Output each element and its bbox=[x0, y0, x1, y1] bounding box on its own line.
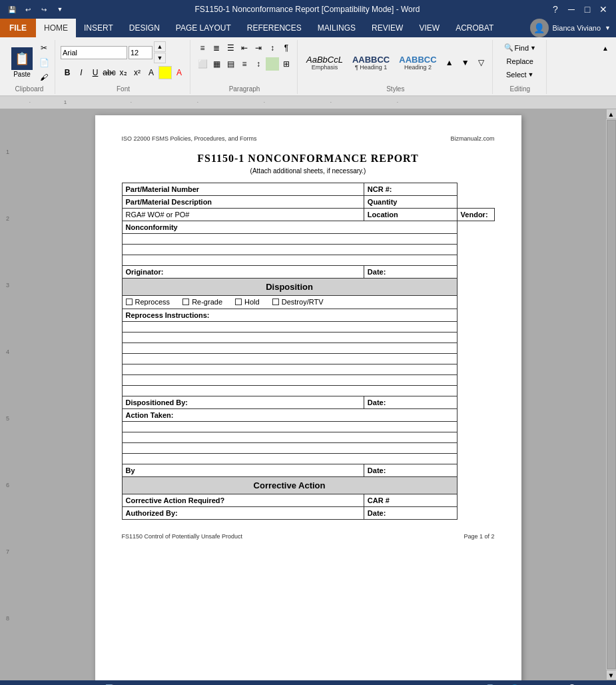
help-icon[interactable]: ? bbox=[548, 3, 563, 16]
justify-button[interactable]: ≡ bbox=[238, 57, 251, 71]
action-row-1 bbox=[122, 422, 494, 432]
tab-file[interactable]: FILE bbox=[0, 19, 36, 37]
find-button[interactable]: 🔍 Find ▼ bbox=[498, 41, 542, 54]
superscript-button[interactable]: x² bbox=[131, 66, 144, 79]
regrade-checkbox[interactable] bbox=[182, 299, 189, 305]
highlight-button[interactable]: a bbox=[158, 66, 172, 79]
tab-references[interactable]: REFERENCES bbox=[239, 19, 310, 37]
scroll-up-arrow[interactable]: ▲ bbox=[606, 109, 617, 119]
decrease-indent-button[interactable]: ⇤ bbox=[238, 41, 251, 55]
styles-scroll-up[interactable]: ▲ bbox=[443, 56, 456, 69]
main-area: 1 2 3 4 5 6 7 8 ISO 22000 FSMS Policies,… bbox=[0, 109, 616, 680]
strikethrough-button[interactable]: abc bbox=[103, 66, 116, 79]
hold-checkbox[interactable] bbox=[235, 299, 242, 305]
font-select-row: ▲ ▼ bbox=[61, 41, 166, 63]
tab-insert[interactable]: INSERT bbox=[76, 19, 121, 37]
ribbon-collapse-button[interactable]: ▲ bbox=[599, 41, 612, 55]
style-heading1[interactable]: AABBCC ¶ Heading 1 bbox=[349, 53, 393, 73]
underline-button[interactable]: U bbox=[89, 66, 102, 79]
cut-button[interactable]: ✂ bbox=[37, 41, 51, 55]
tab-review[interactable]: REVIEW bbox=[364, 19, 411, 37]
italic-button[interactable]: I bbox=[75, 66, 88, 79]
hold-label: Hold bbox=[244, 298, 260, 306]
text-effects-button[interactable]: A bbox=[145, 66, 158, 79]
style-heading2-label: Heading 2 bbox=[404, 64, 432, 71]
margin-8: 8 bbox=[6, 615, 9, 622]
customize-icon[interactable]: ▼ bbox=[53, 3, 67, 16]
format-painter-button[interactable]: 🖌 bbox=[37, 71, 51, 84]
margin-5: 5 bbox=[6, 415, 9, 422]
table-row-corrective-req: Corrective Action Required? CAR # bbox=[122, 494, 494, 507]
save-icon[interactable]: 💾 bbox=[5, 3, 19, 16]
table-row-1: Part/Material Number NCR #: bbox=[122, 183, 494, 196]
subscript-button[interactable]: x₂ bbox=[117, 66, 130, 79]
hold-checkbox-item: Hold bbox=[235, 298, 260, 306]
tab-acrobat[interactable]: ACROBAT bbox=[448, 19, 501, 37]
shading-button[interactable] bbox=[266, 57, 279, 71]
scroll-area[interactable]: ISO 22000 FSMS Policies, Procedures, and… bbox=[11, 109, 605, 680]
header-right: Bizmanualz.com bbox=[450, 135, 494, 142]
bullets-button[interactable]: ≡ bbox=[196, 41, 209, 55]
styles-more[interactable]: ▽ bbox=[475, 56, 488, 69]
action-row-4 bbox=[122, 454, 494, 464]
align-right-button[interactable]: ▤ bbox=[224, 57, 237, 71]
scroll-down-arrow[interactable]: ▼ bbox=[606, 670, 617, 680]
increase-indent-button[interactable]: ⇥ bbox=[252, 41, 265, 55]
select-dropdown[interactable]: ▼ bbox=[528, 71, 534, 78]
style-heading2[interactable]: AABBCC Heading 2 bbox=[396, 53, 440, 73]
doc-header: ISO 22000 FSMS Policies, Procedures, and… bbox=[122, 135, 495, 142]
line-spacing-button[interactable]: ↕ bbox=[252, 57, 265, 71]
close-icon[interactable]: ✕ bbox=[596, 3, 611, 16]
tab-design[interactable]: DESIGN bbox=[121, 19, 168, 37]
show-formatting-button[interactable]: ¶ bbox=[280, 41, 293, 55]
align-left-button[interactable]: ⬜ bbox=[196, 57, 209, 71]
tab-view[interactable]: VIEW bbox=[411, 19, 448, 37]
sort-button[interactable]: ↕ bbox=[266, 41, 279, 55]
minimize-icon[interactable]: ─ bbox=[564, 3, 579, 16]
tab-home[interactable]: HOME bbox=[36, 19, 76, 37]
font-size-input[interactable] bbox=[129, 46, 153, 59]
clipboard-group: 📋 Paste ✂ 📄 🖌 Clipboard bbox=[4, 40, 55, 94]
tab-mailings[interactable]: MAILINGS bbox=[310, 19, 364, 37]
tab-page-layout[interactable]: PAGE LAYOUT bbox=[168, 19, 239, 37]
destroy-checkbox[interactable] bbox=[272, 299, 279, 305]
borders-button[interactable]: ⊞ bbox=[280, 57, 293, 71]
align-center-button[interactable]: ▦ bbox=[210, 57, 223, 71]
styles-scroll-down[interactable]: ▼ bbox=[459, 56, 472, 69]
style-heading2-preview: AABBCC bbox=[399, 55, 436, 64]
find-dropdown[interactable]: ▼ bbox=[530, 45, 536, 51]
table-row-nonconformity: Nonconformity bbox=[122, 221, 494, 234]
copy-button[interactable]: 📄 bbox=[37, 56, 51, 69]
style-emphasis[interactable]: AaBbCcL Emphasis bbox=[303, 53, 346, 73]
undo-icon[interactable]: ↩ bbox=[21, 3, 35, 16]
reprocess-checkbox[interactable] bbox=[126, 299, 133, 305]
reprocess-label: Reprocess bbox=[135, 298, 170, 306]
scroll-thumb[interactable] bbox=[607, 120, 616, 669]
select-button[interactable]: Select ▼ bbox=[500, 69, 540, 81]
disposition-header: Disposition bbox=[122, 279, 457, 296]
user-dropdown-icon[interactable]: ▼ bbox=[605, 25, 611, 31]
ruler: · 1 · · · · · bbox=[11, 97, 616, 109]
regrade-checkbox-item: Re-grade bbox=[182, 298, 222, 306]
nonconformity-row-2 bbox=[122, 245, 494, 255]
replace-button[interactable]: Replace bbox=[501, 55, 539, 67]
redo-icon[interactable]: ↪ bbox=[37, 3, 51, 16]
user-name[interactable]: Bianca Viviano bbox=[553, 24, 601, 32]
numbering-button[interactable]: ≣ bbox=[210, 41, 223, 55]
doc-page: ISO 22000 FSMS Policies, Procedures, and… bbox=[95, 115, 521, 680]
editing-label: Editing bbox=[509, 84, 530, 93]
style-emphasis-preview: AaBbCcL bbox=[306, 55, 343, 64]
date-label-3: Date: bbox=[364, 464, 457, 477]
maximize-icon[interactable]: □ bbox=[580, 3, 595, 16]
paste-button[interactable]: 📋 Paste bbox=[8, 45, 36, 80]
font-color-button[interactable]: A bbox=[172, 66, 186, 79]
margin-6: 6 bbox=[6, 482, 9, 488]
table-row-dispositioned-by: Dispositioned By: Date: bbox=[122, 396, 494, 409]
scrollbar-right[interactable]: ▲ ▼ bbox=[605, 109, 616, 680]
font-size-increase[interactable]: ▲ bbox=[154, 41, 166, 52]
paragraph-content: ≡ ≣ ☰ ⇤ ⇥ ↕ ¶ ⬜ ▦ ▤ ≡ ↕ ⊞ bbox=[196, 41, 293, 84]
bold-button[interactable]: B bbox=[61, 66, 74, 79]
font-name-input[interactable] bbox=[61, 46, 127, 59]
font-size-decrease[interactable]: ▼ bbox=[154, 53, 166, 63]
multilevel-list-button[interactable]: ☰ bbox=[224, 41, 237, 55]
